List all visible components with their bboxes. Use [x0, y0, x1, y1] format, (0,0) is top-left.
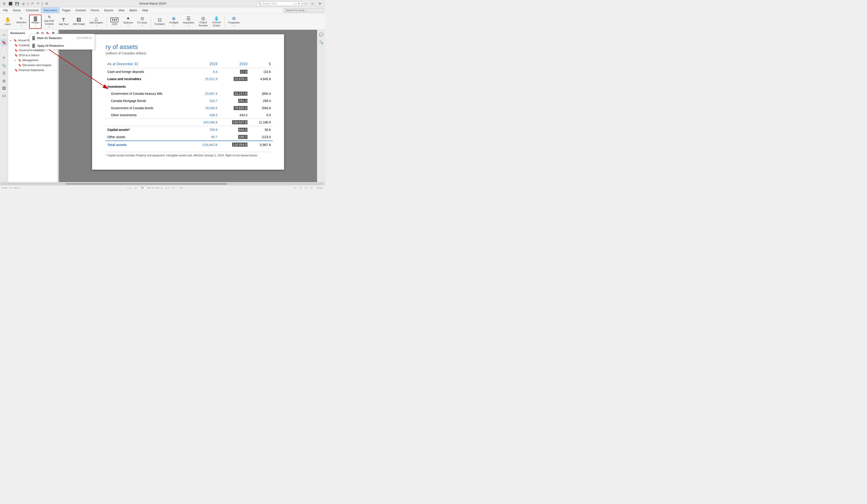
redact-dropdown: ▓ Mark for Redaction (Ctrl+Shift+Y) ▓ Ap… [29, 34, 95, 50]
view-mode-3[interactable]: ⊞ [304, 187, 308, 189]
zoom-in-btn[interactable]: 🔍+ [179, 187, 186, 189]
add-text-tool[interactable]: T Add Text [57, 15, 70, 29]
preflight-icon: ⊕ [172, 16, 176, 21]
last-page-btn[interactable]: ▶| [165, 187, 170, 189]
tb-icon-1[interactable]: ⬛ [8, 1, 13, 6]
add-shapes-tool[interactable]: △ Add Shapes ▾ [88, 15, 105, 29]
redact-tool[interactable]: ▓ Redact ▾ [29, 15, 42, 29]
menu-home[interactable]: Home [11, 8, 23, 13]
expand-toggle[interactable]: ▾ [14, 59, 17, 62]
menu-forms[interactable]: Forms [88, 8, 101, 13]
expand-toggle[interactable]: ▸ [10, 39, 13, 42]
images-icon[interactable]: 🖼 [1, 85, 7, 91]
tb-redo[interactable]: ↷ [36, 1, 40, 6]
tb-print[interactable]: 🖨 [21, 1, 26, 6]
imposition-arrow: ▾ [188, 25, 189, 27]
measure-icon[interactable]: ⊞ [1, 78, 7, 84]
maximize-button[interactable]: □ [310, 2, 315, 6]
output-preview-tool[interactable]: ◎ Output Preview [197, 15, 209, 29]
main-layout: ⊸ 🔖 📄 ≡ 📎 ☰ ⊞ 🖼 🏷 Bookmarks ⊞ ⊟ 🔖 🗑 ▸ 🔖 … [0, 30, 325, 182]
navigate-icon[interactable]: ⊸ [1, 32, 7, 38]
convert-colors-tool[interactable]: 💧 Convert Colors [210, 15, 223, 29]
layers2-icon[interactable]: ☰ [1, 70, 7, 76]
imposition-tool[interactable]: ☰ Imposition ▾ [181, 15, 196, 29]
tb-undo[interactable]: ↶ [30, 1, 35, 6]
compare-tool[interactable]: ⊡ Compare [153, 15, 167, 29]
add-shapes-icon: △ [94, 16, 98, 21]
apply-redactions-icon: ▓ [32, 44, 35, 47]
page-number-input[interactable] [138, 187, 147, 189]
sidebar-tree: ▸ 🔖 Annual Report 2019 🔖 Contents 🔖 Gove… [8, 36, 57, 182]
fix-scan-tool[interactable]: ⊙ Fix Scan ▾ [136, 15, 149, 29]
table-row: Government of Canada treasury bills 23,3… [106, 90, 273, 97]
mark-redaction-shortcut: (Ctrl+Shift+Y) [77, 36, 92, 39]
layers-icon[interactable]: ≡ [1, 55, 7, 61]
preflight-tool[interactable]: ⊕ Preflight ▾ [168, 15, 180, 29]
horizontal-scrollbar[interactable] [0, 182, 325, 185]
menu-batch[interactable]: Batch [127, 8, 139, 13]
tags-icon[interactable]: 🏷 [1, 93, 7, 99]
tb-mail[interactable]: ✉ [44, 1, 49, 6]
app-icon[interactable]: 🗎 [2, 1, 7, 6]
mark-for-redaction-item[interactable]: ▓ Mark for Redaction (Ctrl+Shift+Y) [30, 34, 95, 42]
ocr-tool[interactable]: TXT OCR [109, 15, 120, 29]
close-icon[interactable]: ✕ [298, 2, 300, 5]
tools-search-input[interactable] [283, 8, 324, 13]
menu-convert[interactable]: Convert [73, 8, 88, 13]
selection-icon: ↖ [20, 17, 23, 21]
prev-page-btn[interactable]: ◀ [133, 187, 137, 189]
properties-icon: ⚙ [232, 16, 236, 21]
menu-document[interactable]: Document [41, 8, 60, 13]
zoom-out-btn[interactable]: 🔍- [171, 187, 178, 189]
search-icon: 🔍 [258, 2, 261, 5]
apply-all-redactions-item[interactable]: ▓ Apply All Redactions [30, 42, 95, 50]
close-button[interactable]: ✕ [317, 2, 323, 6]
view-mode-4[interactable]: ☰ [309, 187, 314, 189]
attachments-icon[interactable]: 📎 [1, 62, 7, 68]
first-page-btn[interactable]: |◀ [127, 187, 132, 189]
sidebar-item-management[interactable]: ▾ 🔖 Management [8, 58, 57, 63]
view-mode-2[interactable]: ⊡ [299, 187, 302, 189]
hand-tool[interactable]: ✋ Hand [2, 15, 13, 29]
pdf-subtitle: (millions of Canadian dollars) [106, 52, 273, 55]
comments-panel-btn[interactable]: 💬 [318, 32, 324, 38]
scrollbar-track[interactable] [1, 183, 324, 185]
optimize-tool[interactable]: ✦ Optimize ▾ [121, 15, 135, 29]
title-bar: 🗎 ⬛ 💾 🖨 | ↶ ↷ | ✉ Annual Report 2019* 🔍 … [0, 0, 325, 7]
redact-icon: ▓ [34, 16, 37, 21]
add-image-tool[interactable]: 🖼 Add Image [71, 15, 87, 29]
bookmarks-icon[interactable]: 🔖 [1, 39, 7, 46]
sidebar-item-label: Discussion and Analysis [22, 64, 52, 67]
menu-comment[interactable]: Comment [23, 8, 41, 13]
table-header-2019: 2019 [189, 61, 219, 68]
menu-bar: File Home Comment Document Pages Convert… [0, 7, 325, 13]
sidebar-item-da[interactable]: 🔖 Discussion and Analysis [8, 63, 57, 68]
sidebar-item-financial[interactable]: 🔖 Financial Statements [8, 68, 57, 73]
edit-pdf-tool[interactable]: ✎ Edit PDF Content ▾ [42, 15, 56, 29]
table-row: Capital assets* 700.9 644.3 56.6 [106, 126, 273, 133]
menu-secure[interactable]: Secure [102, 8, 116, 13]
tb-sep: | [26, 1, 29, 6]
view-mode-1[interactable]: ⊟ [293, 187, 297, 189]
menu-view[interactable]: View [116, 8, 127, 13]
properties-tool[interactable]: ⚙ Properties ▾ [226, 15, 242, 29]
tb-save[interactable]: 💾 [14, 1, 20, 6]
minimize-button[interactable]: − [302, 2, 309, 6]
text-search-bar[interactable]: 🔍 Search Text < > ✕ [257, 1, 302, 6]
review-panel-btn[interactable]: 🔍 [318, 39, 324, 46]
next-page-btn[interactable]: ▶ [160, 187, 164, 189]
selection-tool[interactable]: ↖ Selection ▾ [14, 15, 28, 29]
pdf-page: ry of assets (millions of Canadian dolla… [92, 34, 284, 169]
table-row: Investments [106, 83, 273, 90]
ocr-icon: TXT [110, 18, 119, 22]
bookmark-icon: 🔖 [14, 44, 18, 47]
fix-scan-icon: ⊙ [140, 16, 144, 21]
sidebar-item-2019-glance[interactable]: 🔖 2019 at a Glance [8, 53, 57, 58]
bookmark-icon: 🔖 [14, 68, 18, 72]
pages-icon[interactable]: 📄 [1, 47, 7, 53]
menu-file[interactable]: File [1, 8, 10, 13]
menu-pages[interactable]: Pages [60, 8, 73, 13]
menu-help[interactable]: Help [140, 8, 150, 13]
page-total-label: 67 of 123 [148, 187, 159, 189]
scrollbar-thumb[interactable] [65, 183, 227, 185]
